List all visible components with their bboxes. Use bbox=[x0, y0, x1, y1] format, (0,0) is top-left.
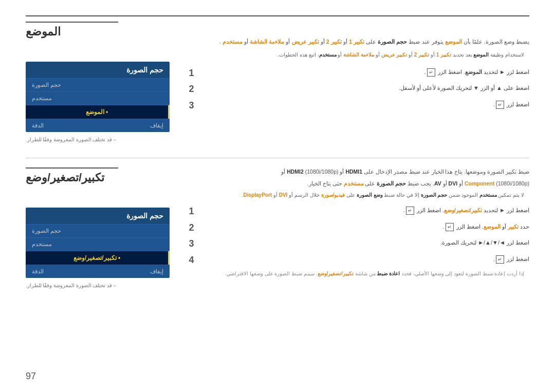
top-divider bbox=[26, 15, 529, 16]
bottom-row3-right: الدقة bbox=[32, 268, 44, 275]
bottom-section-title: تكبير/تصغير/وضع bbox=[26, 171, 104, 187]
step-1: اضغط لزر ► لتحديد الموضع. اضغط الزر ↵. 1 bbox=[185, 68, 529, 79]
step-2-number: 2 bbox=[185, 84, 198, 95]
bottom-intro-text: ضبط تكبير الصورة وموضعها. يتاح هذا الخيا… bbox=[185, 167, 529, 177]
page-container: يضبط وضع الصورة. علمًا بأن الموضع يتوفر … bbox=[0, 0, 555, 392]
step-3-text: اضغط لزر ↵. bbox=[203, 100, 529, 109]
bottom-step-2: حدد تكبير أو الموضع. اضغط الزر ↵. 2 bbox=[185, 222, 529, 234]
top-left-content: يضبط وضع الصورة. علمًا بأن الموضع يتوفر … bbox=[185, 22, 529, 143]
top-panel-row-2: مستخدم bbox=[26, 91, 170, 105]
page-number: 97 bbox=[26, 371, 36, 382]
bottom-step-4: اضغط لزر ↵. 4 bbox=[185, 255, 529, 266]
top-panel-row-1: حجم الصورة bbox=[26, 78, 170, 91]
intro-span7: أو bbox=[243, 39, 248, 45]
step-1-text: اضغط لزر ► لتحديد الموضع. اضغط الزر ↵. bbox=[203, 68, 529, 77]
highlight-zoom1: تكبير 1 bbox=[349, 39, 364, 45]
top-section: يضبط وضع الصورة. علمًا بأن الموضع يتوفر … bbox=[26, 22, 529, 143]
bottom-step-4-number: 4 bbox=[185, 255, 198, 266]
bottom-step-3-number: 3 bbox=[185, 238, 198, 250]
bottom-panel-row-selected: • تكبير/تصغير/وضع bbox=[26, 251, 170, 265]
top-ui-panel: حجم الصورة حجم الصورة مستخدم • الموضع bbox=[26, 62, 170, 132]
bottom-panel-row-2: مستخدم bbox=[26, 237, 170, 251]
bottom-right-panel: تكبير/تصغير/وضع حجم الصورة حجم الصورة مس… bbox=[26, 167, 170, 289]
step-1-number: 1 bbox=[185, 68, 198, 79]
bottom-step-2-number: 2 bbox=[185, 222, 198, 234]
intro-span8: . bbox=[219, 39, 221, 45]
bottom-panel-note: – قد تختلف الصورة المعروضة وفقًا للطراز. bbox=[26, 282, 116, 289]
bottom-note2-text: إذا أردت إعادة ضبط الصورة لتعود إلى وضعه… bbox=[185, 270, 529, 278]
bottom-step-2-text: حدد تكبير أو الموضع. اضغط الزر ↵. bbox=[203, 222, 529, 232]
top-note-text: لاستخدام وظيفة الموضع بعد تحديد تكبير 1 … bbox=[185, 51, 529, 59]
top-row2-right: مستخدم bbox=[32, 95, 52, 102]
top-section-title: الموضع bbox=[26, 25, 61, 41]
bottom-step-3: اضغط لزر ◄/▼/▲/► لتحريك الصورة. 3 bbox=[185, 238, 529, 250]
top-right-line bbox=[26, 22, 118, 23]
top-row3-right: الدقة bbox=[32, 122, 44, 129]
top-row1-right: حجم الصورة bbox=[32, 82, 61, 88]
highlight-fit: ملاءمة الشاشة bbox=[250, 39, 284, 45]
step-3-number: 3 bbox=[185, 100, 198, 111]
bottom-panel-row-1: حجم الصورة bbox=[26, 224, 170, 237]
intro-span: يضبط وضع الصورة. علمًا بأن bbox=[462, 39, 529, 45]
intro-span5: أو bbox=[319, 39, 325, 45]
intro-span2: يتوفر عند ضبط bbox=[407, 39, 443, 45]
step-2: اضغط على ▲ أو الزر ▼ لتحريك الصورة لأعلى… bbox=[185, 84, 529, 95]
step-3: اضغط لزر ↵. 3 bbox=[185, 100, 529, 111]
top-right-panel: الموضع حجم الصورة حجم الصورة مستخدم • ال… bbox=[26, 22, 170, 143]
bottom-selected-text: • تكبير/تصغير/وضع bbox=[32, 254, 162, 262]
top-selected-text: • الموضع bbox=[32, 108, 162, 116]
intro-span4: أو bbox=[342, 39, 347, 45]
bottom-row3-left: إيقاف bbox=[150, 268, 163, 275]
highlight-wide: تكبير عريض bbox=[292, 39, 319, 45]
bottom-steps: اضغط لزر ► لتحديد تكبير/تصغير/وضع. اضغط … bbox=[185, 206, 529, 266]
bottom-step-1: اضغط لزر ► لتحديد تكبير/تصغير/وضع. اضغط … bbox=[185, 206, 529, 217]
bottom-step-4-text: اضغط لزر ↵. bbox=[203, 255, 529, 264]
top-panel-container: الموضع حجم الصورة حجم الصورة مستخدم • ال… bbox=[26, 22, 170, 143]
bottom-panel-container: تكبير/تصغير/وضع حجم الصورة حجم الصورة مس… bbox=[26, 167, 170, 289]
top-steps: اضغط لزر ► لتحديد الموضع. اضغط الزر ↵. 1… bbox=[185, 68, 529, 111]
bottom-step-3-text: اضغط لزر ◄/▼/▲/► لتحريك الصورة. bbox=[203, 238, 529, 248]
intro-span3: على bbox=[364, 39, 376, 45]
bottom-step-1-text: اضغط لزر ► لتحديد تكبير/تصغير/وضع. اضغط … bbox=[203, 206, 529, 215]
top-panel-row-selected: • الموضع bbox=[26, 105, 170, 119]
step-2-text: اضغط على ▲ أو الزر ▼ لتحريك الصورة لأعلى… bbox=[203, 84, 529, 93]
top-panel-header: حجم الصورة bbox=[26, 62, 170, 78]
bottom-row2-right: مستخدم bbox=[32, 241, 52, 248]
top-panel-row-3: إيقاف الدقة bbox=[26, 119, 170, 132]
bottom-panel-header: حجم الصورة bbox=[26, 208, 170, 224]
top-panel-note: – قد تختلف الصورة المعروضة وفقًا للطراز. bbox=[26, 136, 116, 143]
top-intro-text: يضبط وضع الصورة. علمًا بأن الموضع يتوفر … bbox=[185, 37, 529, 47]
bottom-note-text: لا يتم تمكين مستخدم الموجود ضمن حجم الصو… bbox=[185, 191, 529, 199]
bottom-row1-right: حجم الصورة bbox=[32, 228, 61, 234]
highlight-size: حجم الصورة bbox=[378, 39, 407, 45]
bottom-section: ضبط تكبير الصورة وموضعها. يتاح هذا الخيا… bbox=[26, 167, 529, 289]
top-row3-left: إيقاف bbox=[150, 122, 163, 129]
bottom-right-line bbox=[26, 167, 118, 169]
bottom-left-content: ضبط تكبير الصورة وموضعها. يتاح هذا الخيا… bbox=[185, 167, 529, 289]
bottom-panel-row-3: إيقاف الدقة bbox=[26, 265, 170, 278]
highlight-zoom2: تكبير 2 bbox=[326, 39, 342, 45]
bottom-intro-text2: Component (1080i/1080p) أو DVI أو AV. يج… bbox=[185, 179, 529, 189]
bottom-ui-panel: حجم الصورة حجم الصورة مستخدم • تكبير/تصغ… bbox=[26, 208, 170, 278]
middle-divider bbox=[26, 158, 529, 158]
highlight-mode: الموضع bbox=[445, 39, 462, 45]
bottom-step-1-number: 1 bbox=[185, 206, 198, 217]
intro-span6: أو bbox=[284, 39, 290, 45]
highlight-user: مستخدم bbox=[223, 39, 243, 45]
